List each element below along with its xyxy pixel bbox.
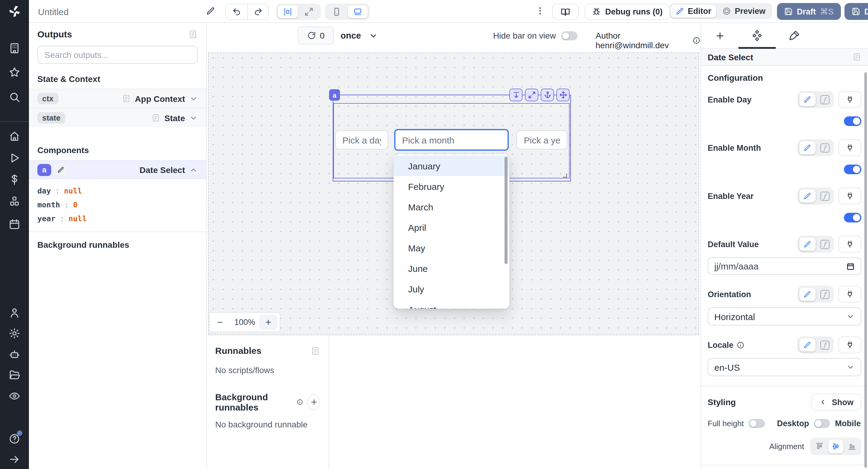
component-canvas-badge[interactable]: a (329, 89, 340, 101)
panel-doc-icon[interactable] (852, 53, 861, 61)
expand-handle[interactable] (525, 89, 538, 101)
month-option[interactable]: April (394, 217, 509, 238)
more-options-kebab-icon[interactable] (535, 6, 545, 16)
chevron-down-icon[interactable] (189, 94, 198, 103)
month-option[interactable]: January (394, 156, 509, 176)
enable-day-toggle[interactable] (844, 116, 861, 126)
month-option[interactable]: May (394, 238, 509, 258)
chevron-down-icon[interactable] (189, 114, 198, 122)
connect-plug-button[interactable] (838, 336, 861, 353)
month-option[interactable]: March (394, 196, 509, 217)
zoom-in-button[interactable]: + (259, 315, 277, 330)
component-a-row[interactable]: a Date Select (29, 160, 206, 179)
move-handle[interactable] (556, 89, 569, 101)
windmill-logo[interactable] (0, 0, 29, 23)
variables-dollar-icon[interactable] (8, 174, 21, 186)
rename-pencil-icon[interactable] (206, 7, 215, 16)
dropdown-scrollbar[interactable] (504, 157, 507, 264)
panel-scrollbar[interactable] (864, 72, 867, 468)
debug-runs-button[interactable]: Debug runs (0) (585, 4, 670, 20)
chevron-up-icon[interactable] (189, 165, 198, 174)
zoom-out-button[interactable]: − (210, 317, 230, 327)
schedules-calendar-icon[interactable] (8, 218, 21, 230)
locale-select[interactable]: en-US (708, 358, 861, 376)
show-styling-button[interactable]: Show (811, 394, 861, 410)
component-settings-tab[interactable] (738, 23, 776, 48)
enable-month-toggle[interactable] (844, 164, 861, 174)
output-kv-row[interactable]: month:0 (37, 198, 198, 212)
deploy-button[interactable]: Deploy (844, 3, 868, 20)
static-edit-button[interactable] (799, 238, 815, 251)
save-draft-button[interactable]: Draft ⌘S (777, 3, 841, 20)
fx-expr-button[interactable]: ƒ (817, 93, 832, 106)
hide-bar-toggle[interactable] (561, 31, 578, 40)
fullwidth-layout-button[interactable] (299, 5, 319, 18)
expand-sidebar-arrow-icon[interactable] (8, 453, 21, 465)
static-edit-button[interactable] (799, 189, 815, 202)
calendar-icon[interactable] (846, 262, 855, 270)
settings-gear-icon[interactable] (8, 327, 21, 339)
home-icon[interactable] (8, 130, 21, 142)
user-icon[interactable] (8, 307, 21, 319)
insert-component-tab[interactable] (701, 23, 738, 48)
align-bottom-button[interactable] (844, 439, 860, 453)
fx-expr-button[interactable]: ƒ (817, 189, 832, 202)
panel-doc-icon[interactable] (188, 29, 198, 39)
enable-year-toggle[interactable] (844, 213, 861, 222)
editor-tab[interactable]: Editor (671, 5, 716, 18)
connect-plug-button[interactable] (838, 139, 861, 156)
folders-icon[interactable] (8, 369, 21, 381)
search-icon[interactable] (8, 91, 21, 103)
state-row[interactable]: state State (29, 108, 206, 127)
ctx-row[interactable]: ctx App Context (29, 89, 206, 108)
preview-tab[interactable]: Preview (717, 5, 770, 18)
search-outputs-input[interactable] (37, 46, 198, 64)
theme-styling-tab[interactable] (776, 23, 813, 48)
runs-play-icon[interactable] (8, 152, 21, 164)
month-option[interactable]: July (394, 279, 509, 299)
align-top-button[interactable] (812, 439, 827, 453)
connect-plug-button[interactable] (838, 236, 861, 253)
static-edit-button[interactable] (799, 141, 815, 154)
info-icon[interactable] (296, 398, 303, 406)
desktop-view-button[interactable] (348, 5, 368, 18)
static-edit-button[interactable] (799, 287, 815, 301)
info-icon[interactable] (737, 341, 744, 349)
connect-plug-button[interactable] (838, 187, 861, 205)
anchor-handle[interactable] (541, 89, 554, 101)
pick-year-input[interactable] (517, 130, 567, 150)
output-kv-row[interactable]: day:null (37, 184, 198, 198)
default-value-date-input[interactable]: jj/mm/aaaa (708, 257, 861, 275)
workers-robot-icon[interactable] (8, 348, 21, 361)
info-icon[interactable] (692, 36, 701, 44)
docs-book-button[interactable] (552, 4, 579, 20)
centered-layout-button[interactable] (278, 5, 298, 18)
audit-eye-icon[interactable] (8, 390, 21, 402)
add-background-runnable-button[interactable] (308, 394, 320, 410)
month-option[interactable]: February (394, 176, 509, 196)
fx-expr-button[interactable]: ƒ (817, 141, 832, 154)
month-option[interactable]: August (394, 299, 509, 309)
favorites-star-icon[interactable] (8, 66, 21, 79)
resize-corner-handle[interactable] (563, 174, 567, 178)
run-policy-dropdown[interactable]: once (341, 27, 378, 44)
month-option[interactable]: June (394, 258, 509, 279)
refresh-count-button[interactable]: 0 (298, 27, 334, 44)
orientation-select[interactable]: Horizontal (708, 307, 861, 325)
apps-icon[interactable] (8, 42, 21, 54)
desktop-style-toggle[interactable] (814, 419, 830, 428)
output-kv-row[interactable]: year:null (37, 212, 198, 225)
connect-plug-button[interactable] (838, 286, 861, 303)
align-center-button[interactable] (828, 439, 843, 453)
static-edit-button[interactable] (799, 93, 815, 106)
edit-component-id-button[interactable] (55, 164, 67, 176)
pick-day-input[interactable] (335, 130, 388, 150)
redo-button[interactable] (247, 4, 268, 19)
mobile-view-button[interactable] (327, 5, 347, 18)
pick-month-input[interactable] (394, 129, 509, 151)
fx-expr-button[interactable]: ƒ (817, 238, 832, 251)
fill-height-handle[interactable] (509, 89, 523, 101)
resources-boxes-icon[interactable] (8, 195, 21, 207)
fx-expr-button[interactable]: ƒ (817, 338, 832, 351)
fx-expr-button[interactable]: ƒ (817, 287, 832, 301)
